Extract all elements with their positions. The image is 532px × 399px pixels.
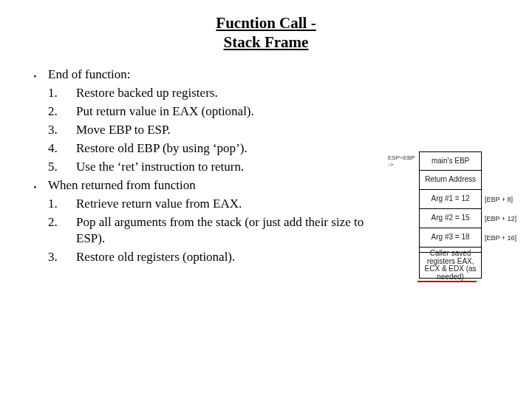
list-item: 2. Put return value in EAX (optional). (48, 103, 392, 120)
bullet-icon: • (22, 177, 48, 193)
list-numeral: 1. (48, 196, 76, 213)
slide-title: Fucntion Call - Stack Frame (0, 0, 532, 52)
list-item: 1. Restore backed up registers. (48, 85, 392, 102)
list-text: Retrieve return value from EAX. (76, 196, 386, 213)
list-numeral: 4. (48, 140, 76, 157)
list-item: 3. Restore old registers (optional). (48, 249, 392, 266)
list-numeral: 2. (48, 103, 76, 120)
list-text: Restore old registers (optional). (76, 249, 386, 266)
title-line-1: Fucntion Call - (0, 13, 532, 33)
stack-cell: Arg #3 = 18 (419, 228, 482, 248)
stack-row: Caller saved registers EAX, ECX & EDX (a… (388, 252, 521, 279)
stack-row: Return Address (388, 171, 521, 190)
list-item: 3. Move EBP to ESP. (48, 122, 392, 139)
stack-pointer-label: ESP=EBP -> (388, 151, 419, 171)
title-line-2: Stack Frame (0, 33, 532, 52)
list-numeral: 5. (48, 159, 76, 176)
slide-body: • End of function: 1. Restore backed up … (22, 66, 392, 267)
list-item: 1. Retrieve return value from EAX. (48, 196, 392, 213)
list-text: Move EBP to ESP. (76, 122, 386, 139)
list-numeral: 3. (48, 249, 76, 266)
stack-cell: Arg #2 = 15 (419, 209, 482, 228)
list-numeral: 3. (48, 122, 76, 139)
stack-offset-label: [EBP + 8] (482, 190, 521, 209)
stack-row: Arg #2 = 15 [EBP + 12] (388, 209, 521, 228)
section-heading-1: End of function: (48, 66, 392, 83)
stack-offset-label: [EBP + 16] (482, 228, 521, 248)
stack-row: Arg #3 = 18 [EBP + 16] (388, 228, 521, 248)
bullet-item: • End of function: (22, 66, 392, 83)
stack-frame-diagram: ESP=EBP -> main's EBP Return Address Arg… (388, 151, 521, 282)
stack-offset-label (482, 171, 521, 190)
bullet-icon: • (22, 66, 48, 82)
list-item: 5. Use the ‘ret’ instruction to return. (48, 159, 392, 176)
stack-cell: Return Address (419, 171, 482, 190)
stack-row: Arg #1 = 12 [EBP + 8] (388, 190, 521, 209)
list-text: Use the ‘ret’ instruction to return. (76, 159, 386, 176)
stack-cell-caller-saved: Caller saved registers EAX, ECX & EDX (a… (419, 252, 482, 279)
list-text: Restore backed up registers. (76, 85, 386, 102)
list-text: Restore old EBP (by using ‘pop’). (76, 140, 386, 157)
list-numeral: 2. (48, 214, 76, 231)
list-item: 2. Pop all arguments from the stack (or … (48, 214, 392, 248)
list-item: 4. Restore old EBP (by using ‘pop’). (48, 140, 392, 157)
list-text: Put return value in EAX (optional). (76, 103, 386, 120)
stack-row: ESP=EBP -> main's EBP (388, 151, 521, 171)
stack-offset-label (482, 151, 521, 171)
stack-cell: Arg #1 = 12 (419, 190, 482, 209)
stack-offset-label: [EBP + 12] (482, 209, 521, 228)
stack-bottom-marker (417, 281, 477, 282)
list-numeral: 1. (48, 85, 76, 102)
section-heading-2: When returned from function (48, 177, 392, 194)
bullet-item: • When returned from function (22, 177, 392, 194)
list-text: Pop all arguments from the stack (or jus… (76, 214, 386, 248)
stack-cell: main's EBP (419, 151, 482, 171)
